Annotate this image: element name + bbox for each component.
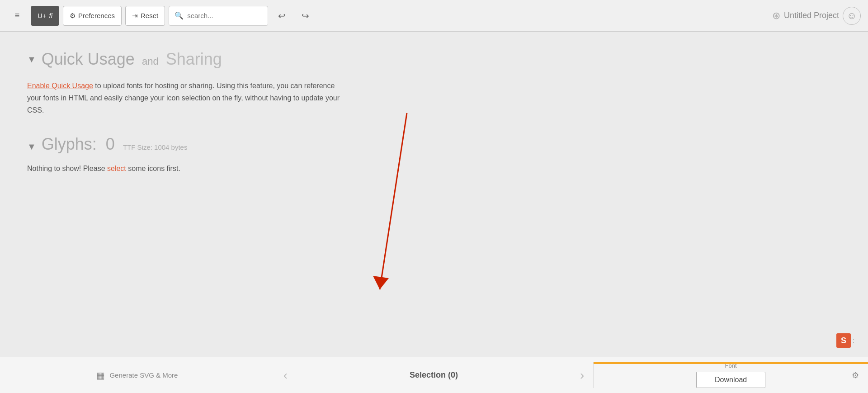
s-icon-button[interactable]: S xyxy=(836,333,851,348)
glyphs-chevron[interactable]: ▼ xyxy=(27,142,36,152)
download-button[interactable]: Download xyxy=(696,372,765,388)
font-settings-button[interactable]: ⚙ xyxy=(852,370,859,380)
preferences-label: Preferences xyxy=(78,12,115,19)
uplus-label: U+ xyxy=(38,12,47,19)
smiley-face-icon: ☺ xyxy=(847,10,857,22)
quick-usage-and-text: and xyxy=(142,56,159,67)
font-gear-icon: ⚙ xyxy=(852,371,859,380)
toolbar: ≡ U+ fi ⚙ Preferences ⇥ Reset 🔍 ↩ ↪ ⊛ Un… xyxy=(0,0,868,32)
reset-button[interactable]: ⇥ Reset xyxy=(125,6,165,26)
redo-icon: ↪ xyxy=(302,10,309,21)
undo-icon: ↩ xyxy=(278,10,286,21)
glyphs-label: Glyphs: xyxy=(42,135,97,153)
fi-label: fi xyxy=(49,12,53,19)
next-nav-arrow[interactable]: › xyxy=(571,368,593,383)
quick-usage-title-text: Quick Usage xyxy=(42,50,135,68)
quick-usage-header: ▼ Quick Usage and Sharing xyxy=(27,50,841,69)
prev-nav-arrow[interactable]: ‹ xyxy=(274,368,297,383)
s-badge-area: S : xyxy=(836,333,854,348)
preferences-button[interactable]: ⚙ Preferences xyxy=(63,6,122,26)
generate-svg-label: Generate SVG & More xyxy=(109,371,178,379)
glyphs-title: Glyphs: 0 TTF Size: 1004 bytes xyxy=(42,135,188,154)
menu-button[interactable]: ≡ xyxy=(7,6,27,26)
font-tab-indicator xyxy=(594,362,868,364)
layers-icon: ⊛ xyxy=(772,10,780,22)
uplus-fi-button[interactable]: U+ fi xyxy=(31,6,59,26)
bottom-bar: ▦ Generate SVG & More ‹ Selection (0) › … xyxy=(0,357,868,393)
s-dots-button[interactable]: : xyxy=(853,337,854,344)
quick-usage-sharing-text: Sharing xyxy=(166,50,222,68)
menu-icon: ≡ xyxy=(15,11,20,20)
quick-usage-chevron[interactable]: ▼ xyxy=(27,54,36,65)
search-box[interactable]: 🔍 xyxy=(169,6,268,26)
user-icon[interactable]: ☺ xyxy=(843,7,861,25)
enable-quick-usage-link[interactable]: Enable Quick Usage xyxy=(27,82,93,90)
font-download-panel: Font Download ⚙ xyxy=(593,362,868,388)
glyphs-count: 0 xyxy=(106,135,115,153)
glyphs-empty-after: some icons first. xyxy=(126,165,180,172)
quick-usage-title: Quick Usage and Sharing xyxy=(42,50,222,69)
redo-button[interactable]: ↪ xyxy=(295,6,315,26)
glyphs-select-link[interactable]: select xyxy=(107,165,126,172)
main-content: ▼ Quick Usage and Sharing Enable Quick U… xyxy=(0,32,868,357)
s-icon-label: S xyxy=(841,336,846,346)
generate-svg-button[interactable]: ▦ Generate SVG & More xyxy=(0,370,274,381)
glyphs-header: ▼ Glyphs: 0 TTF Size: 1004 bytes xyxy=(27,135,841,154)
glyphs-empty-message: Nothing to show! Please select some icon… xyxy=(27,165,841,173)
project-name-area: ⊛ Untitled Project xyxy=(772,10,839,22)
search-icon: 🔍 xyxy=(175,11,184,20)
search-input[interactable] xyxy=(187,12,259,19)
undo-button[interactable]: ↩ xyxy=(272,6,292,26)
quick-usage-description: Enable Quick Usage to upload fonts for h… xyxy=(27,80,344,117)
glyphs-ttf-size: TTF Size: 1004 bytes xyxy=(123,143,188,151)
gear-icon: ⚙ xyxy=(70,12,75,20)
reset-label: Reset xyxy=(141,12,158,19)
glyphs-empty-before: Nothing to show! Please xyxy=(27,165,107,172)
generate-svg-icon: ▦ xyxy=(96,370,105,381)
reset-icon: ⇥ xyxy=(132,12,138,20)
selection-label[interactable]: Selection (0) xyxy=(297,370,571,380)
project-name-label: Untitled Project xyxy=(784,11,839,20)
